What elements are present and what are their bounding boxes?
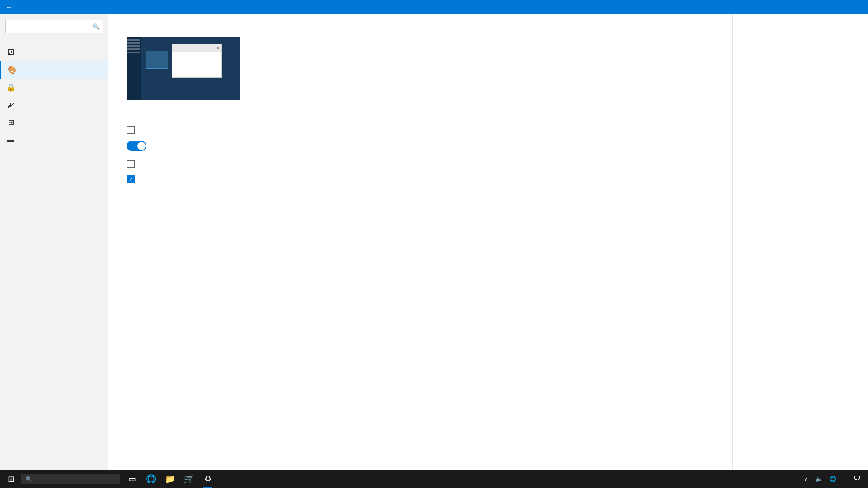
- colors-icon: 🎨: [8, 66, 17, 74]
- taskbar-right: ∧ 🔈 🌐 🗨: [802, 470, 866, 488]
- restore-button[interactable]: [823, 0, 844, 14]
- taskbar-search[interactable]: 🔍: [21, 474, 120, 484]
- checkbox-title-bars[interactable]: [127, 175, 714, 183]
- start-button[interactable]: ⊞: [2, 470, 20, 488]
- volume-icon[interactable]: 🔈: [813, 470, 825, 488]
- preview-dialog-body: [172, 52, 221, 56]
- preview-dialog-close: ✕: [217, 47, 219, 50]
- start-taskbar-checkbox[interactable]: [127, 160, 135, 168]
- lockscreen-icon: 🔒: [6, 83, 15, 92]
- auto-pick-checkbox[interactable]: [127, 126, 135, 134]
- toggle-knob: [137, 142, 146, 150]
- preview-taskbar-item: [127, 39, 140, 41]
- show-accent-section: [127, 160, 714, 183]
- sidebar: 🔍 🖼 🎨 🔒 🖌 ⊞ ▬: [0, 14, 108, 470]
- sidebar-section-label: [0, 38, 108, 44]
- preview-aa-box: [146, 51, 168, 69]
- preview-taskbar: [127, 37, 141, 100]
- themes-icon: 🖌: [6, 101, 15, 109]
- preview-taskbar-item: [127, 45, 140, 47]
- taskbar-icons: ▭ 🌐 📁 🛒 ⚙: [123, 470, 217, 488]
- sidebar-item-background[interactable]: 🖼: [0, 44, 108, 61]
- minimize-button[interactable]: [802, 0, 823, 14]
- system-tray-arrow[interactable]: ∧: [802, 470, 811, 488]
- sidebar-item-colors[interactable]: 🎨: [0, 61, 108, 79]
- explorer-icon[interactable]: 📁: [161, 470, 179, 488]
- preview-dialog: ✕: [172, 44, 222, 78]
- right-panel: [732, 14, 868, 470]
- background-icon: 🖼: [6, 48, 15, 56]
- transparent-toggle[interactable]: [127, 141, 146, 151]
- checkbox-start-taskbar[interactable]: [127, 160, 714, 168]
- sidebar-item-start[interactable]: ⊞: [0, 113, 108, 131]
- edge-icon[interactable]: 🌐: [142, 470, 160, 488]
- store-icon[interactable]: 🛒: [180, 470, 198, 488]
- preview-taskbar-item: [127, 48, 140, 50]
- back-button[interactable]: ←: [4, 2, 14, 13]
- window-controls: [802, 0, 864, 14]
- close-button[interactable]: [844, 0, 864, 14]
- start-icon: ⊞: [6, 118, 15, 127]
- preview-taskbar-item: [127, 42, 140, 44]
- transparent-section: [127, 141, 714, 151]
- preview-taskbar-item: [127, 52, 140, 53]
- search-input[interactable]: [5, 20, 103, 33]
- clock-date[interactable]: [841, 470, 846, 488]
- taskbar: ⊞ 🔍 ▭ 🌐 📁 🛒 ⚙ ∧ 🔈 🌐 🗨: [0, 470, 868, 488]
- taskbar-icon: ▬: [6, 136, 15, 144]
- preview-dialog-title: ✕: [172, 44, 221, 52]
- search-container: 🔍: [5, 20, 103, 33]
- auto-pick-row[interactable]: [127, 126, 714, 134]
- search-icon: 🔍: [25, 476, 33, 483]
- network-icon[interactable]: 🌐: [827, 470, 839, 488]
- preview-container: ✕: [127, 37, 240, 100]
- sidebar-item-lockscreen[interactable]: 🔒: [0, 79, 108, 96]
- notification-button[interactable]: 🗨: [848, 470, 866, 488]
- title-bars-checkbox[interactable]: [127, 175, 135, 183]
- title-bar: ←: [0, 0, 868, 14]
- sidebar-item-themes[interactable]: 🖌: [0, 96, 108, 113]
- app-body: 🔍 🖼 🎨 🔒 🖌 ⊞ ▬: [0, 14, 868, 470]
- settings-icon[interactable]: ⚙: [199, 470, 217, 488]
- toggle-row: [127, 141, 714, 151]
- task-view-button[interactable]: ▭: [123, 470, 141, 488]
- main-panel: ✕: [108, 14, 732, 470]
- search-icon: 🔍: [93, 23, 99, 30]
- sidebar-item-taskbar[interactable]: ▬: [0, 131, 108, 148]
